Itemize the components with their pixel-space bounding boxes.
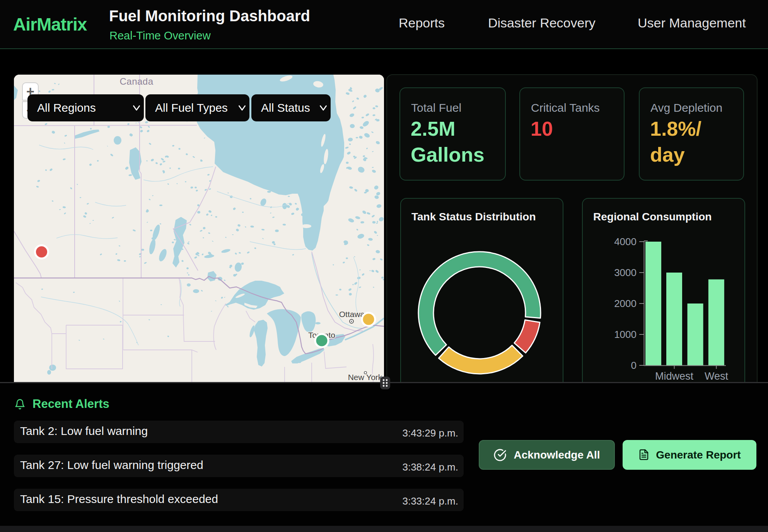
svg-text:Ottawa: Ottawa [339, 310, 365, 319]
svg-text:4000: 4000 [614, 236, 637, 247]
svg-text:West: West [705, 370, 729, 382]
svg-text:Canada: Canada [119, 76, 153, 87]
svg-text:0: 0 [631, 360, 637, 371]
svg-text:1000: 1000 [614, 329, 637, 340]
svg-text:Midwest: Midwest [655, 370, 694, 382]
svg-text:3000: 3000 [614, 267, 637, 278]
svg-text:2000: 2000 [614, 298, 637, 309]
